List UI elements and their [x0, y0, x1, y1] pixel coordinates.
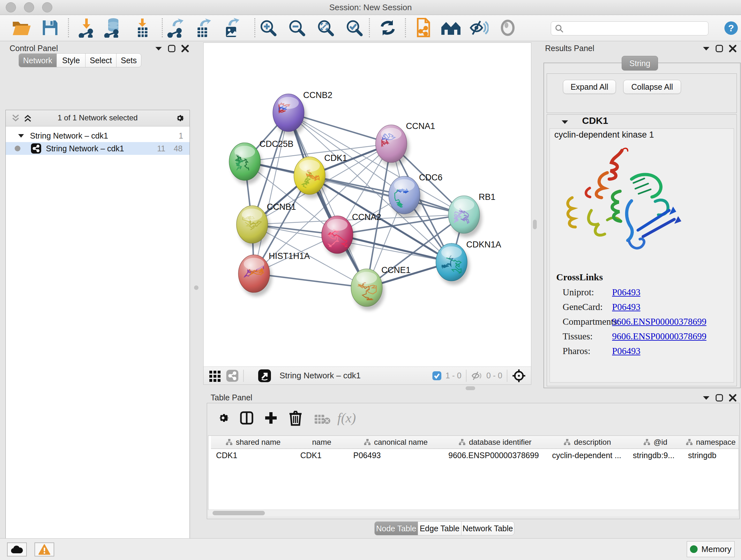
column-header-namespace[interactable]: namespace: [683, 436, 739, 449]
close-panel-icon[interactable]: [729, 394, 737, 401]
import-string-file-button[interactable]: [411, 16, 435, 39]
float-panel-icon[interactable]: [168, 45, 176, 52]
memory-button[interactable]: Memory: [687, 541, 735, 557]
column-type-icon: [459, 439, 466, 446]
node-CDK1[interactable]: CDK1: [294, 153, 347, 198]
footer-separator: [243, 370, 244, 382]
crosslink-value-pharos[interactable]: P06493: [612, 346, 641, 356]
edge-CCNB2-CCNE1[interactable]: [288, 113, 367, 288]
table-options-gear-icon[interactable]: [216, 411, 230, 425]
tab-edge-table[interactable]: Edge Table: [418, 521, 461, 536]
cell-canonical-name[interactable]: P06493: [348, 449, 443, 462]
node-RB1[interactable]: RB1: [448, 192, 495, 237]
cloud-status-button[interactable]: [7, 543, 27, 557]
glass-eye-button[interactable]: [495, 16, 520, 39]
delete-row-trash-icon[interactable]: [287, 410, 304, 426]
warnings-button[interactable]: [35, 543, 54, 557]
crosslink-value-compartments[interactable]: 9606.ENSP00000378699: [612, 316, 706, 327]
tab-select[interactable]: Select: [85, 53, 117, 67]
refresh-button[interactable]: [376, 16, 400, 39]
cell-id[interactable]: stringdb:9...: [628, 449, 683, 462]
zoom-selected-button[interactable]: [342, 16, 366, 39]
scrollbar-thumb[interactable]: [212, 511, 265, 515]
network-collection-row[interactable]: String Network – cdk1 1: [6, 129, 190, 142]
tab-sets[interactable]: Sets: [116, 53, 141, 67]
column-header-description[interactable]: description: [547, 436, 628, 449]
column-header-shared-name[interactable]: shared name: [211, 436, 295, 449]
tab-network-table[interactable]: Network Table: [461, 521, 515, 536]
panel-menu-icon[interactable]: [155, 46, 162, 51]
collapse-all-icon[interactable]: [11, 114, 20, 122]
column-header-id[interactable]: @id: [628, 436, 683, 449]
cell-shared-name[interactable]: CDK1: [211, 449, 295, 462]
network-options-gear-icon[interactable]: [174, 113, 185, 124]
expand-all-button[interactable]: Expand All: [563, 80, 616, 94]
crosslink-value-tissues[interactable]: 9606.ENSP00000378699: [612, 331, 706, 341]
network-list-header: 1 of 1 Network selected: [6, 110, 190, 126]
node-HIST1H1A[interactable]: HIST1H1A: [239, 251, 310, 296]
table-horizontal-scrollbar[interactable]: [208, 509, 738, 516]
float-panel-icon[interactable]: [716, 45, 723, 52]
center-view-crosshair-icon[interactable]: [512, 369, 526, 383]
float-panel-icon[interactable]: [716, 394, 723, 401]
birdseye-grid-icon[interactable]: [209, 369, 221, 382]
cell-database-identifier[interactable]: 9606.ENSP00000378699: [443, 449, 547, 462]
node-CDC25B[interactable]: CDC25B: [229, 139, 293, 184]
tab-network[interactable]: Network: [18, 53, 57, 67]
node-CDKN1A[interactable]: CDKN1A: [436, 240, 501, 285]
node-label-CDC6: CDC6: [419, 173, 443, 182]
search-input[interactable]: [564, 22, 708, 35]
gene-expander-icon[interactable]: [561, 120, 568, 124]
expand-all-icon[interactable]: [23, 114, 32, 122]
export-table-button[interactable]: [191, 16, 215, 39]
node-CDC6[interactable]: CDC6: [389, 173, 443, 218]
node-CCNB2[interactable]: CCNB2: [273, 90, 333, 135]
crosslink-value-genecard[interactable]: P06493: [612, 302, 641, 312]
help-button[interactable]: ?: [724, 21, 738, 37]
string-home-button[interactable]: [439, 16, 463, 39]
zoom-out-button[interactable]: [285, 16, 309, 39]
cell-description[interactable]: cyclin-dependent ...: [547, 449, 628, 462]
right-splitter-handle[interactable]: [533, 220, 537, 229]
network-canvas[interactable]: CCNB2CCNA1CDC25BCDK1CDC6RB1CCNB1CCNA2CDK…: [203, 43, 531, 367]
panel-menu-icon[interactable]: [703, 395, 710, 400]
export-image-button[interactable]: [219, 16, 243, 39]
zoom-fit-button[interactable]: [313, 16, 338, 39]
network-row[interactable]: String Network – cdk1 11 48: [6, 142, 190, 155]
network-share-icon[interactable]: [226, 369, 239, 382]
column-header-canonical-name[interactable]: canonical name: [348, 436, 444, 449]
column-type-icon: [364, 439, 371, 446]
cell-namespace[interactable]: stringdb: [683, 449, 738, 462]
hide-glass-eye-button[interactable]: [467, 16, 491, 39]
import-table-button[interactable]: [130, 16, 154, 39]
selected-checkbox-icon[interactable]: [432, 371, 442, 381]
edge-CCNB2-HIST1H1A[interactable]: [254, 113, 288, 273]
left-splitter-handle[interactable]: [194, 286, 199, 290]
cell-name[interactable]: CDK1: [295, 449, 348, 462]
import-network-from-database-button[interactable]: [101, 16, 125, 39]
tab-string[interactable]: String: [622, 56, 658, 71]
crosslink-value-uniprot[interactable]: P06493: [612, 287, 641, 298]
import-network-file-button[interactable]: [74, 16, 98, 39]
bottom-splitter-handle[interactable]: [466, 386, 475, 390]
tab-node-table[interactable]: Node Table: [374, 521, 418, 536]
gene-name-header[interactable]: CDK1: [582, 115, 608, 126]
node-CCNB1[interactable]: CCNB1: [237, 202, 296, 247]
column-header-name[interactable]: name: [295, 436, 348, 449]
panel-menu-icon[interactable]: [703, 46, 710, 51]
open-in-window-icon[interactable]: [258, 369, 271, 382]
zoom-in-button[interactable]: [256, 16, 280, 39]
save-session-button[interactable]: [38, 16, 62, 39]
close-panel-icon[interactable]: [729, 45, 737, 52]
export-network-button[interactable]: [163, 16, 187, 39]
column-header-database-identifier[interactable]: database identifier: [443, 436, 547, 449]
node-CCNE1[interactable]: CCNE1: [351, 265, 411, 310]
tab-style[interactable]: Style: [57, 53, 85, 67]
open-session-button[interactable]: [10, 16, 34, 39]
tree-expander-icon[interactable]: [18, 133, 24, 138]
show-column-icon[interactable]: [239, 410, 254, 426]
node-CCNA1[interactable]: CCNA1: [376, 121, 435, 166]
collapse-all-button[interactable]: Collapse All: [623, 80, 681, 94]
add-column-icon[interactable]: [263, 410, 279, 426]
close-panel-icon[interactable]: [181, 45, 189, 52]
